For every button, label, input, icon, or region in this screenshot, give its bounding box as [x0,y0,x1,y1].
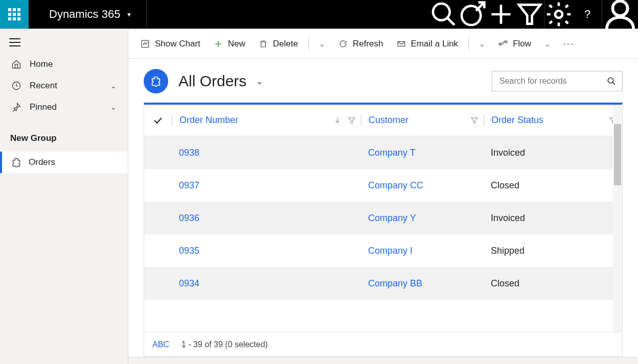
svg-point-8 [612,1,627,16]
plus-icon [487,0,515,29]
email-split-chevron[interactable]: ⌄ [474,40,490,48]
account-button[interactable] [602,0,638,29]
vertical-scrollbar[interactable] [613,105,622,332]
brand-switcher[interactable]: Dynamics 365 ▾ [29,0,147,29]
alpha-filter[interactable]: ABC [152,340,169,349]
svg-point-7 [555,11,562,18]
add-button[interactable] [487,0,515,29]
funnel-icon [348,116,356,125]
target-icon [458,0,487,29]
scrollbar-thumb[interactable] [614,124,621,185]
home-icon [11,59,21,69]
cell-order-status: Closed [484,278,622,289]
new-button[interactable]: New [209,36,250,52]
search-records[interactable] [492,71,623,91]
cell-order-status: Shipped [484,246,622,256]
gear-icon [544,0,573,29]
grid-body: 0938 Company T Invoiced 0937 Company CC … [144,136,622,300]
table-row[interactable]: 0934 Company BB Closed [144,267,622,300]
grid-footer: ABC 1 - 39 of 39 (0 selected) [144,332,622,356]
main-content: Show Chart New Delete ⌄ Refresh Email a … [128,29,638,364]
column-header-order-number[interactable]: Order Number [172,115,361,126]
sidebar-item-pinned[interactable]: Pinned ⌄ [0,96,128,118]
cell-customer[interactable]: Company Y [361,213,484,224]
funnel-icon [515,0,544,29]
cell-order-number[interactable]: 0935 [172,246,361,256]
cmd-label: Flow [513,39,531,49]
command-bar: Show Chart New Delete ⌄ Refresh Email a … [128,29,638,59]
help-button[interactable]: ? [573,0,602,29]
cell-customer[interactable]: Company T [361,148,484,158]
data-grid: Order Number Customer Order Status [144,103,623,357]
email-link-button[interactable]: Email a Link [392,36,464,52]
cell-order-number[interactable]: 0936 [172,213,361,224]
global-header: Dynamics 365 ▾ ? [0,0,638,29]
sidebar-item-label: Orders [29,157,55,167]
search-button[interactable] [429,0,458,29]
puzzle-icon [11,157,21,167]
flow-button[interactable]: Flow [493,36,536,52]
table-row[interactable]: 0935 Company I Shipped [144,234,622,267]
svg-point-16 [608,78,613,83]
sidebar-group-label: New Group [0,118,128,152]
clock-icon [11,81,21,91]
entity-badge [144,69,168,93]
cell-order-status: Invoiced [484,213,622,224]
delete-button[interactable]: Delete [254,36,303,52]
refresh-button[interactable]: Refresh [333,36,389,52]
header-actions: ? [429,0,638,29]
chevron-down-icon: ⌄ [110,82,117,90]
sidebar-item-label: Pinned [30,102,57,112]
table-row[interactable]: 0936 Company Y Invoiced [144,202,622,234]
sidebar-item-label: Home [30,59,53,69]
cell-customer[interactable]: Company BB [361,278,484,289]
mail-icon [397,39,406,48]
check-icon [153,115,163,126]
refresh-icon [338,39,348,48]
flow-split-chevron[interactable]: ⌄ [539,40,556,48]
brand-label: Dynamics 365 [49,8,120,21]
sidebar: Home Recent ⌄ Pinned ⌄ New Group Orders [0,29,128,364]
cell-order-number[interactable]: 0937 [172,180,361,191]
cmd-label: Delete [273,39,298,49]
app-launcher[interactable] [0,0,29,29]
table-row[interactable]: 0937 Company CC Closed [144,169,622,202]
hamburger-button[interactable] [0,33,128,54]
table-row[interactable]: 0938 Company T Invoiced [144,136,622,169]
svg-line-1 [447,18,454,25]
view-title-bar: All Orders ⌄ [128,59,638,103]
cell-customer[interactable]: Company CC [361,180,484,191]
column-label: Order Status [491,115,543,126]
plus-icon [214,39,223,48]
task-button[interactable] [458,0,487,29]
column-label: Order Number [179,115,238,126]
select-all-checkbox[interactable] [144,115,172,126]
cmd-label: Refresh [353,39,383,49]
sort-down-icon [333,116,341,125]
sidebar-item-label: Recent [30,81,57,91]
cmd-label: New [228,39,245,49]
pin-icon [11,102,21,112]
column-header-customer[interactable]: Customer [361,115,484,126]
show-chart-button[interactable]: Show Chart [135,36,206,52]
overflow-button[interactable]: ··· [559,38,579,50]
sidebar-item-home[interactable]: Home [0,54,128,75]
page-footer-strip [128,357,638,364]
column-header-order-status[interactable]: Order Status [484,115,622,126]
question-icon: ? [584,8,590,21]
grid-header-row: Order Number Customer Order Status [144,105,622,136]
cell-order-number[interactable]: 0934 [172,278,361,289]
cell-order-number[interactable]: 0938 [172,148,361,158]
delete-split-chevron[interactable]: ⌄ [314,40,330,48]
settings-button[interactable] [544,0,573,29]
view-switcher[interactable]: All Orders ⌄ [178,72,263,90]
sidebar-item-recent[interactable]: Recent ⌄ [0,75,128,96]
search-icon [429,0,458,29]
sidebar-item-orders[interactable]: Orders [0,152,128,173]
search-input[interactable] [498,76,607,86]
svg-rect-15 [505,41,507,43]
filter-button[interactable] [515,0,544,29]
person-icon [602,0,638,32]
svg-marker-19 [349,117,355,123]
cell-customer[interactable]: Company I [361,246,484,256]
